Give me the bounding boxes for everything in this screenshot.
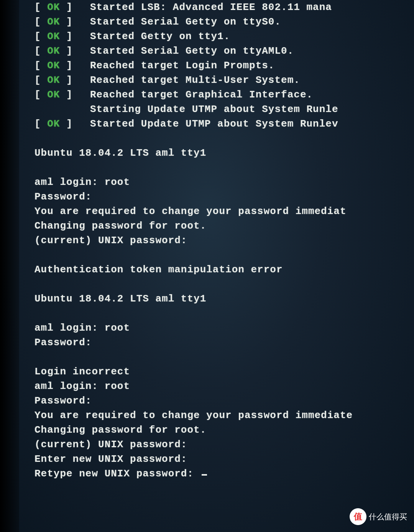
watermark: 值 什么值得买	[350, 508, 407, 525]
blank-line	[34, 160, 414, 175]
status-ok: OK	[47, 45, 60, 57]
boot-line: [ OK ] Started Getty on tty1.	[34, 29, 414, 44]
boot-message: Started Update UTMP about System Runlev	[90, 117, 338, 131]
password-prompt[interactable]: (current) UNIX password:	[34, 233, 414, 248]
password-prompt[interactable]: Enter new UNIX password:	[34, 452, 414, 466]
status-ok: OK	[47, 60, 60, 71]
boot-message: Reached target Login Prompts.	[90, 58, 274, 73]
boot-message: Started Getty on tty1.	[90, 29, 230, 44]
blank-line	[34, 277, 414, 292]
boot-line: [ OK ] Started Update UTMP about System …	[34, 117, 414, 131]
system-message: You are required to change your password…	[34, 408, 414, 423]
blank-line	[34, 350, 414, 364]
password-prompt[interactable]: Password:	[34, 189, 414, 204]
login-line[interactable]: aml login: root	[34, 175, 414, 189]
boot-message: Started Serial Getty on ttyAML0.	[90, 44, 294, 58]
os-banner: Ubuntu 18.04.2 LTS aml tty1	[34, 292, 414, 306]
login-prompt: aml login:	[34, 176, 105, 188]
boot-line: [ OK ] Reached target Multi-User System.	[34, 73, 414, 87]
error-message: Login incorrect	[34, 364, 414, 379]
boot-message: Reached target Graphical Interface.	[90, 87, 313, 102]
status-ok: OK	[47, 16, 60, 28]
boot-line: [ OK ] Reached target Login Prompts.	[34, 58, 414, 73]
username-input: root	[105, 176, 130, 188]
blank-line	[34, 131, 414, 146]
boot-line: [ OK ] Started Serial Getty on ttyAML0.	[34, 44, 414, 58]
blank-line	[34, 248, 414, 262]
cursor-icon	[202, 474, 207, 476]
os-banner: Ubuntu 18.04.2 LTS aml tty1	[34, 146, 414, 160]
username-input: root	[105, 322, 130, 334]
boot-message: Reached target Multi-User System.	[90, 73, 300, 87]
status-ok: OK	[47, 2, 60, 13]
username-input: root	[105, 380, 130, 392]
password-prompt[interactable]: (current) UNIX password:	[34, 437, 414, 452]
status-ok: OK	[47, 89, 60, 100]
login-line[interactable]: aml login: root	[34, 321, 414, 335]
status-ok: OK	[47, 74, 60, 86]
boot-line: [ OK ] Reached target Graphical Interfac…	[34, 87, 414, 102]
boot-message: Started LSB: Advanced IEEE 802.11 mana	[90, 0, 332, 15]
password-prompt[interactable]: Password:	[34, 394, 414, 408]
blank-line	[34, 306, 414, 321]
terminal-screen: [ OK ] Started LSB: Advanced IEEE 802.11…	[0, 0, 414, 532]
login-line[interactable]: aml login: root	[34, 379, 414, 394]
boot-line: [ OK ] Started LSB: Advanced IEEE 802.11…	[34, 0, 414, 15]
boot-message: Starting Update UTMP about System Runle	[90, 104, 338, 115]
login-prompt: aml login:	[34, 380, 105, 392]
login-prompt: aml login:	[34, 322, 105, 334]
password-prompt[interactable]: Password:	[34, 335, 414, 350]
watermark-text: 什么值得买	[369, 512, 407, 522]
system-message: You are required to change your password…	[34, 204, 414, 219]
system-message: Changing password for root.	[34, 423, 414, 437]
error-message: Authentication token manipulation error	[34, 262, 414, 277]
boot-message: Started Serial Getty on ttyS0.	[90, 15, 281, 29]
status-ok: OK	[47, 31, 60, 42]
status-ok: OK	[47, 118, 60, 130]
password-prompt[interactable]: Retype new UNIX password:	[34, 466, 414, 481]
boot-line: [ OK ] Started Serial Getty on ttyS0.	[34, 15, 414, 29]
boot-line: Starting Update UTMP about System Runle	[34, 102, 414, 117]
watermark-logo-icon: 值	[350, 508, 366, 525]
system-message: Changing password for root.	[34, 219, 414, 233]
